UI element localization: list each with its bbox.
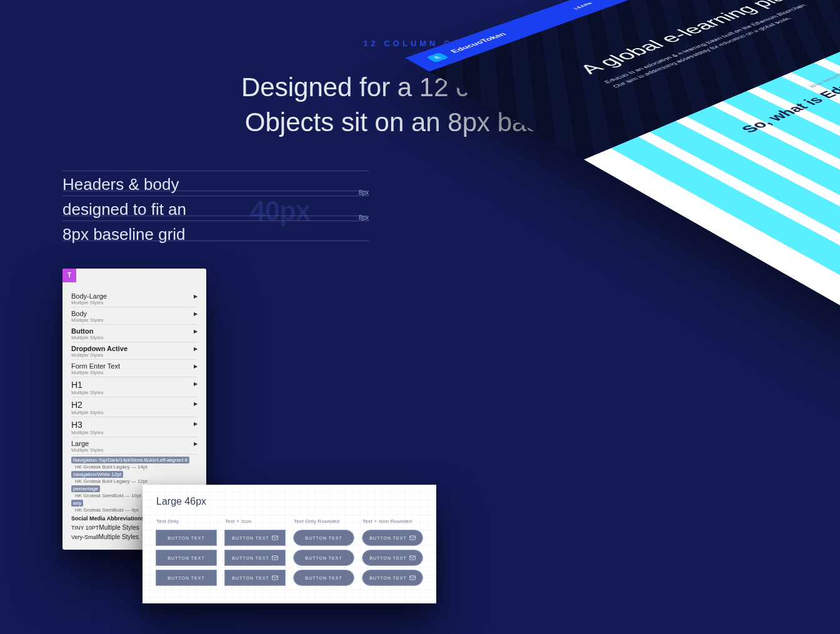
button-example[interactable]: BUTTON TEXT	[362, 530, 422, 545]
button-example[interactable]: BUTTON TEXT	[362, 550, 422, 565]
svg-rect-4	[409, 556, 415, 560]
svg-rect-5	[409, 576, 415, 580]
style-tag: percentage	[71, 485, 100, 492]
panel-corner-icon: T	[62, 269, 76, 282]
headline-line-2: Objects sit on an 8px baseline	[245, 107, 595, 137]
chevron-right-icon: ▶	[194, 345, 198, 352]
column-label: Text + Icon	[225, 518, 285, 524]
sheet-title: Large 46px	[156, 496, 422, 507]
style-row[interactable]: LargeMultiple Styles▶	[71, 437, 198, 455]
column-label: Text Only	[156, 518, 216, 524]
button-example[interactable]: BUTTON TEXT	[225, 570, 285, 585]
chevron-right-icon: ▶	[194, 440, 198, 447]
style-row[interactable]: Body-LargeMultiple Styles▶	[71, 290, 198, 307]
button-column: Text + Icon Rounded BUTTON TEXT BUTTON T…	[362, 518, 422, 590]
style-row[interactable]: Dropdown ActiveMultiple Styles▶	[71, 342, 198, 360]
style-selected: Navigation-Top/Dark/14pt/Semi-Boldr/Left…	[71, 457, 189, 463]
button-example[interactable]: BUTTON TEXT	[294, 530, 354, 545]
style-detail: HK Grotesk Bold Legacy — 12pt	[71, 478, 198, 485]
button-column: Text Only BUTTON TEXT BUTTON TEXT BUTTON…	[156, 518, 216, 590]
grid-overlay	[611, 0, 840, 332]
style-row[interactable]: H2Multiple Styles▶	[71, 397, 198, 417]
button-example[interactable]: BUTTON TEXT	[225, 530, 285, 545]
baseline-line3: 8px baseline grid	[62, 222, 369, 247]
svg-rect-1	[272, 556, 278, 560]
site-nav: E EducuoToken LEARNTOKENROADMAPTEAMFAQsE…	[405, 0, 840, 72]
baseline-8-label-1: 8px	[359, 189, 369, 196]
baseline-explainer: 8px 8px 40px Headers & body designed to …	[62, 172, 369, 247]
chevron-right-icon: ▶	[194, 310, 198, 317]
column-label: Text + Icon Rounded	[362, 518, 422, 524]
style-tag: navigation/White 12pt	[71, 471, 123, 478]
baseline-line2: designed to fit an	[62, 197, 369, 222]
baseline-line1: Headers & body	[62, 172, 369, 197]
style-row[interactable]: H1Multiple Styles▶	[71, 377, 198, 397]
chevron-right-icon: ▶	[194, 362, 198, 369]
style-detail: HK Grotesk Bold Legacy — 14pt	[71, 463, 198, 470]
button-example[interactable]: BUTTON TEXT	[225, 550, 285, 565]
style-row[interactable]: ButtonMultiple Styles▶	[71, 325, 198, 342]
button-example[interactable]: BUTTON TEXT	[156, 570, 216, 585]
button-column: Text + Icon BUTTON TEXT BUTTON TEXT BUTT…	[225, 518, 285, 590]
style-row[interactable]: H3Multiple Styles▶	[71, 417, 198, 437]
svg-rect-3	[409, 536, 415, 540]
headline-line-1: Designed for a 12 column grid.	[241, 72, 599, 102]
style-tag: any	[71, 500, 83, 507]
chevron-right-icon: ▶	[194, 380, 198, 387]
headline: Designed for a 12 column grid. Objects s…	[0, 70, 840, 140]
site-logo-icon: E	[426, 52, 449, 62]
button-column: Text Only Rounded BUTTON TEXT BUTTON TEX…	[294, 518, 354, 590]
chevron-right-icon: ▶	[194, 420, 198, 427]
nav-link[interactable]: LEARN	[572, 2, 594, 10]
baseline-8-label-2: 8px	[359, 214, 369, 221]
svg-rect-0	[272, 536, 278, 540]
chevron-right-icon: ▶	[194, 327, 198, 334]
eyebrow: 12 COLUMN GRID	[0, 39, 840, 48]
svg-rect-2	[272, 576, 278, 580]
chevron-right-icon: ▶	[194, 292, 198, 299]
column-label: Text Only Rounded	[294, 518, 354, 524]
button-example[interactable]: BUTTON TEXT	[156, 530, 216, 545]
button-spec-sheet: Large 46px Text Only BUTTON TEXT BUTTON …	[142, 485, 436, 603]
style-row[interactable]: BodyMultiple Styles▶	[71, 307, 198, 325]
chevron-right-icon: ▶	[194, 400, 198, 407]
button-example[interactable]: BUTTON TEXT	[156, 550, 216, 565]
section: Who benefits from Educuo So, what is Edu…	[584, 0, 840, 348]
button-example[interactable]: BUTTON TEXT	[294, 570, 354, 585]
style-row[interactable]: Form Enter TextMultiple Styles▶	[71, 360, 198, 377]
button-example[interactable]: BUTTON TEXT	[294, 550, 354, 565]
button-example[interactable]: BUTTON TEXT	[362, 570, 422, 585]
baseline-40-label: 40px	[250, 196, 310, 227]
